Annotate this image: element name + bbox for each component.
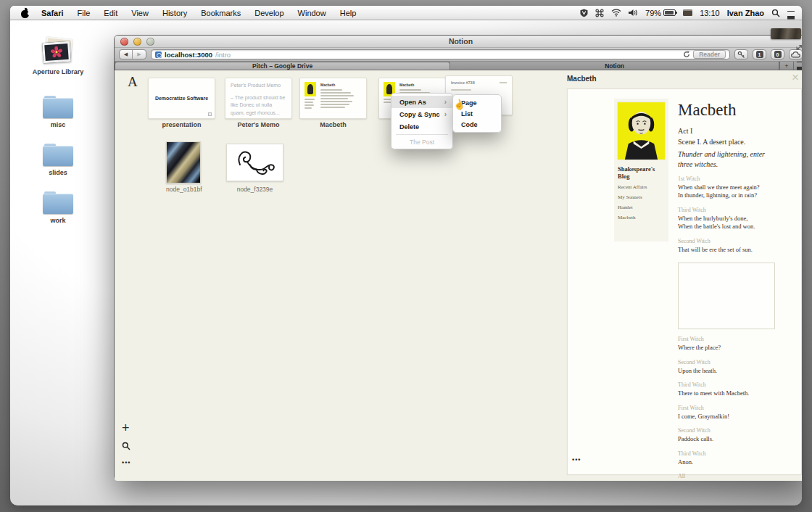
extension-0-icon: 0 — [774, 51, 782, 58]
menu-item[interactable]: View — [131, 9, 149, 17]
card-presentation[interactable]: Democratize Software — [148, 78, 215, 119]
battery-indicator[interactable]: 79% — [645, 9, 676, 17]
menu-item[interactable]: Window — [298, 9, 326, 17]
speaker-label: Second Witch — [678, 238, 779, 244]
invoice-meta-line — [500, 82, 507, 83]
blog-nav-item[interactable]: Recent Affairs — [618, 184, 665, 190]
browser-toolbar: ◀ ▶ localhost:3000/intro Reader 1 0 — [115, 48, 802, 62]
menu-item-label: Delete — [399, 123, 419, 131]
menu-item-copy-sync[interactable]: Copy & Sync › — [392, 108, 452, 120]
new-tab-button[interactable]: + — [779, 62, 793, 70]
extension-1-button[interactable]: 1 — [753, 49, 766, 59]
menu-item-label: Open As — [399, 99, 426, 106]
desktop-icon-folder[interactable]: misc — [29, 96, 87, 128]
image-node-flourish[interactable] — [226, 144, 283, 181]
submenu-item-code[interactable]: Code — [453, 119, 501, 130]
extension-key-button[interactable] — [734, 49, 748, 59]
mini-portrait — [304, 82, 316, 96]
image-node-marble[interactable] — [166, 141, 201, 183]
card-peters-memo[interactable]: Peter's Product Memo – The product shoul… — [225, 78, 292, 119]
nav-buttons: ◀ ▶ — [119, 49, 146, 59]
input-source-icon[interactable] — [683, 9, 692, 16]
desktop-icon-folder[interactable]: slides — [29, 144, 87, 176]
window-titlebar[interactable]: Notion — [115, 36, 802, 48]
menu-item[interactable]: Help — [340, 9, 357, 17]
blog-nav-item[interactable]: Macbeth — [618, 215, 665, 220]
fullscreen-arrows-icon[interactable] — [796, 41, 802, 54]
vpn-shield-icon[interactable] — [580, 9, 588, 17]
url-host: localhost:3000 — [165, 51, 212, 59]
add-node-button[interactable]: + — [122, 421, 130, 434]
memo-excerpt: – The product should be like Donec ut nu… — [231, 94, 286, 117]
dialogue-block: Third Witch Anon. — [678, 450, 779, 466]
notion-canvas[interactable]: A Democratize Software presentation Pete… — [115, 70, 802, 481]
volume-icon[interactable] — [629, 9, 638, 17]
empty-content-block[interactable] — [678, 263, 775, 329]
menu-item[interactable]: File — [78, 9, 91, 17]
extension-0-button[interactable]: 0 — [771, 49, 784, 59]
dialogue-block: Third Witch There to meet with Macbeth. — [678, 381, 779, 397]
desktop-icon-label: work — [29, 217, 87, 224]
desktop-icon-aperture-library[interactable]: Aperture Library — [29, 38, 87, 75]
menu-item-delete[interactable]: Delete — [392, 120, 452, 133]
blog-nav-item[interactable]: My Sonnets — [618, 194, 665, 200]
dialogue-block: 1st Witch When shall we three meet again… — [678, 176, 779, 200]
forward-button[interactable]: ▶ — [133, 50, 146, 59]
act-heading: Act I — [678, 126, 779, 137]
wifi-icon[interactable] — [611, 9, 621, 17]
dialogue-line: Paddock calls. — [678, 435, 779, 443]
spotlight-search-icon[interactable] — [771, 9, 780, 17]
menu-item[interactable]: Develop — [254, 9, 283, 17]
dialogue-line: Where the place? — [678, 344, 779, 352]
desktop-icon-label: Aperture Library — [29, 68, 87, 75]
dialogue-line: When the battle's lost and won. — [678, 223, 779, 231]
folder-icon — [43, 144, 73, 166]
speaker-label: All — [678, 473, 779, 479]
back-button[interactable]: ◀ — [120, 50, 133, 59]
menu-item-open-as[interactable]: Open As › — [392, 96, 452, 108]
fast-user-switch[interactable]: Ivan Zhao — [727, 9, 764, 17]
menu-bar: SafariFileEditViewHistoryBookmarksDevelo… — [10, 6, 802, 20]
close-panel-icon[interactable]: × — [792, 70, 799, 85]
memo-title: Peter's Product Memo — [231, 82, 286, 90]
canvas-text-node[interactable]: A — [128, 74, 138, 90]
dialogue-part-1: 1st Witch When shall we three meet again… — [678, 176, 779, 254]
shakespeare-portrait — [618, 102, 665, 160]
reader-button[interactable]: Reader — [693, 50, 726, 59]
reload-icon[interactable] — [683, 48, 690, 61]
search-button[interactable] — [122, 440, 130, 453]
menu-status-area: 79% 13:10 Ivan Zhao — [580, 9, 795, 17]
menu-separator — [396, 134, 448, 135]
menu-item-label: Copy & Sync — [399, 111, 440, 118]
node-label: node_f3239e — [226, 186, 283, 193]
document-title: Macbeth — [678, 101, 779, 120]
mini-doc-title: Macbeth — [320, 83, 362, 87]
tab-notion[interactable]: Notion — [450, 62, 779, 70]
speaker-label: First Witch — [678, 405, 779, 411]
tab-pitch-google-drive[interactable]: Pitch – Google Drive — [115, 62, 450, 70]
speaker-label: 1st Witch — [678, 176, 779, 182]
blog-nav-item[interactable]: Hamlet — [618, 205, 665, 210]
more-options-button[interactable]: ••• — [122, 459, 130, 466]
command-key-icon[interactable] — [595, 9, 604, 17]
menu-item[interactable]: Bookmarks — [201, 9, 241, 17]
dialogue-block: First Witch I come, Graymalkin! — [678, 405, 779, 421]
menu-item[interactable]: Edit — [104, 9, 117, 17]
notification-list-icon[interactable] — [787, 9, 795, 16]
card-macbeth[interactable]: Macbeth — [299, 78, 367, 119]
menu-item[interactable]: Safari — [41, 9, 64, 17]
menu-footer-node-name: The Post — [392, 136, 452, 147]
card-label: Macbeth — [299, 121, 367, 128]
window-title: Notion — [115, 37, 802, 46]
show-all-tabs-button[interactable] — [793, 62, 802, 70]
macbeth-document[interactable]: Shakespeare's Blog Recent AffairsMy Sonn… — [567, 88, 802, 475]
flourish-drawing — [231, 147, 279, 178]
address-bar[interactable]: localhost:3000/intro Reader — [151, 49, 730, 59]
desktop-icon-folder[interactable]: work — [29, 191, 87, 224]
app-menus: SafariFileEditViewHistoryBookmarksDevelo… — [41, 9, 370, 17]
menu-item[interactable]: History — [162, 9, 187, 17]
apple-menu-icon[interactable] — [20, 8, 30, 18]
menu-clock[interactable]: 13:10 — [700, 9, 720, 17]
document-more-button[interactable]: ••• — [572, 456, 581, 463]
battery-percent: 79% — [645, 9, 661, 17]
